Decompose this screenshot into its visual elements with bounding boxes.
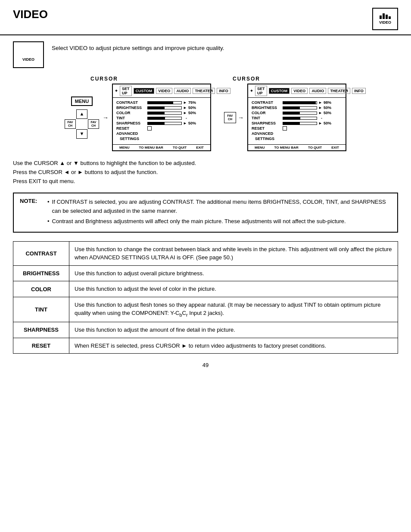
right-screen-box: ✦ SET UP CUSTOM VIDEO AUDIO THEATER INFO… bbox=[247, 84, 346, 151]
left-row-brightness: BRIGHTNESS ► 50% bbox=[116, 106, 207, 110]
right-label-brightness: BRIGHTNESS bbox=[252, 106, 283, 110]
nav-up[interactable]: ▲ bbox=[76, 109, 87, 119]
left-screen-footer: MENU TO MENU BAR TO QUIT EXIT bbox=[113, 144, 210, 150]
left-screen-menubar: ✦ SET UP CUSTOM VIDEO AUDIO THEATER INFO bbox=[113, 84, 210, 98]
right-fill-brightness bbox=[283, 107, 300, 109]
right-bar-tint: - bbox=[283, 116, 342, 120]
left-fill-brightness bbox=[148, 107, 165, 109]
right-bar-sharpness: ► 50% bbox=[283, 121, 342, 125]
intro-text: Select VIDEO to adjust picture settings … bbox=[52, 41, 224, 51]
instruction-line3: Press EXIT to quit menu. bbox=[13, 177, 398, 186]
right-arrow-color: ► bbox=[318, 111, 322, 115]
right-track-contrast bbox=[283, 101, 317, 104]
left-bar-sharpness: ► 50% bbox=[147, 121, 207, 125]
nav-left-fav[interactable]: FAVCH bbox=[65, 119, 76, 129]
intro-section: VIDEO Select VIDEO to adjust picture set… bbox=[0, 41, 411, 68]
left-row-tint: TINT - bbox=[116, 116, 207, 120]
left-row-color: COLOR ► 50% bbox=[116, 111, 207, 115]
left-row-settings: SETTINGS bbox=[116, 137, 207, 141]
menu-box: MENU bbox=[71, 96, 93, 106]
instruction-line2: Press the CURSOR ◄ or ► buttons to adjus… bbox=[13, 168, 398, 177]
left-label-settings: SETTINGS bbox=[116, 137, 147, 141]
right-arrow-contrast: ► bbox=[318, 100, 322, 105]
right-mb-info[interactable]: INFO bbox=[352, 88, 366, 94]
right-mb-video[interactable]: VIDEO bbox=[291, 88, 308, 94]
function-row-tint: TINT Use this function to adjust flesh t… bbox=[13, 297, 398, 322]
nav-empty-center bbox=[76, 119, 87, 129]
right-arrow-brightness: ► bbox=[318, 106, 322, 110]
left-bar-brightness: ► 50% bbox=[147, 106, 207, 110]
right-fill-tint bbox=[283, 117, 300, 119]
left-nav-row: ▲ FAVCH FAVCH ▼ bbox=[65, 109, 99, 139]
header-video-icon: VIDEO bbox=[372, 8, 398, 30]
right-mb-setup[interactable]: SET UP bbox=[255, 86, 267, 96]
right-footer-quit: TO QUIT bbox=[308, 146, 322, 149]
left-reset-checkbox bbox=[147, 126, 152, 131]
right-row-contrast: CONTRAST ► 98% bbox=[252, 100, 342, 105]
right-value-contrast: 98% bbox=[324, 100, 336, 105]
right-tint-marker bbox=[300, 117, 300, 119]
function-label-tint: TINT bbox=[13, 297, 69, 322]
left-footer-exit: EXIT bbox=[196, 146, 204, 149]
left-fill-sharpness bbox=[148, 122, 165, 124]
instructions: Use the CURSOR ▲ or ▼ buttons to highlig… bbox=[0, 159, 411, 186]
right-screen-body: CONTRAST ► 98% BRIGHTNESS ► 50 bbox=[248, 98, 346, 144]
right-mb-custom[interactable]: CUSTOM bbox=[269, 88, 290, 94]
right-diagram: CURSOR FAVCH → ✦ SET UP CUSTOM VIDEO AUD… bbox=[224, 76, 346, 151]
right-fill-contrast bbox=[283, 102, 316, 104]
left-track-sharpness bbox=[147, 122, 182, 125]
right-track-sharpness bbox=[283, 122, 317, 125]
right-arrow-connector: → bbox=[238, 114, 244, 121]
right-footer-menu: MENU bbox=[255, 146, 265, 149]
nav-down[interactable]: ▼ bbox=[76, 129, 87, 139]
page-header: VIDEO VIDEO bbox=[0, 0, 411, 35]
intro-icon-label: VIDEO bbox=[22, 57, 34, 62]
left-value-tint: - bbox=[186, 116, 198, 120]
left-arrow-brightness: ► bbox=[183, 106, 187, 110]
left-bar-contrast: ► 75% bbox=[147, 100, 207, 105]
nav-empty-tr bbox=[88, 109, 99, 119]
function-label-sharpness: SHARPNESS bbox=[13, 322, 69, 338]
function-row-color: COLOR Use this function to adjust the le… bbox=[13, 281, 398, 297]
mb-setup[interactable]: SET UP bbox=[120, 86, 132, 96]
left-arrow-sharpness: ► bbox=[183, 121, 187, 125]
mb-custom[interactable]: CUSTOM bbox=[134, 88, 155, 94]
right-track-brightness bbox=[283, 106, 317, 109]
right-bar-contrast: ► 98% bbox=[283, 100, 342, 105]
note-box: NOTE: If CONTRAST is selected, you are a… bbox=[13, 193, 398, 232]
mb-video[interactable]: VIDEO bbox=[156, 88, 172, 94]
right-track-color bbox=[283, 112, 317, 115]
left-arrow-color: ► bbox=[183, 111, 187, 115]
function-table: CONTRAST Use this function to change the… bbox=[13, 241, 398, 354]
left-label-sharpness: SHARPNESS bbox=[116, 121, 147, 125]
mb-audio[interactable]: AUDIO bbox=[174, 88, 191, 94]
left-value-sharpness: 50% bbox=[188, 121, 200, 125]
bar4 bbox=[389, 16, 391, 19]
function-row-brightness: BRIGHTNESS Use this function to adjust o… bbox=[13, 265, 398, 282]
left-fill-color bbox=[148, 112, 165, 114]
function-label-color: COLOR bbox=[13, 281, 69, 297]
right-label-tint: TINT bbox=[252, 116, 283, 120]
right-arrow-sharpness: ► bbox=[318, 121, 322, 125]
left-diagram: CURSOR MENU ▲ FAVCH FAVCH ▼ bbox=[65, 76, 211, 151]
right-label-reset: RESET bbox=[252, 126, 283, 131]
right-mb-audio[interactable]: AUDIO bbox=[309, 88, 326, 94]
right-label-sharpness: SHARPNESS bbox=[252, 121, 283, 125]
bar1 bbox=[380, 16, 382, 19]
left-footer-menu: MENU bbox=[119, 146, 130, 149]
bar2 bbox=[383, 13, 385, 19]
right-fav-ch[interactable]: FAVCH bbox=[224, 112, 236, 123]
nav-right-fav[interactable]: FAVCH bbox=[88, 119, 99, 129]
right-mb-theater[interactable]: THEATER bbox=[328, 88, 350, 94]
right-row-settings: SETTINGS bbox=[252, 137, 342, 141]
right-value-brightness: 50% bbox=[324, 106, 336, 110]
right-footer-menubar: TO MENU BAR bbox=[274, 146, 299, 149]
left-footer-quit: TO QUIT bbox=[173, 146, 187, 149]
right-value-tint: - bbox=[321, 116, 333, 120]
mb-theater[interactable]: THEATER bbox=[193, 88, 215, 94]
nav-empty-br bbox=[88, 129, 99, 139]
function-desc-brightness: Use this function to adjust overall pict… bbox=[69, 266, 398, 281]
right-fill-color bbox=[283, 112, 300, 114]
nav-empty-bl bbox=[65, 129, 76, 139]
left-label-color: COLOR bbox=[116, 111, 147, 115]
